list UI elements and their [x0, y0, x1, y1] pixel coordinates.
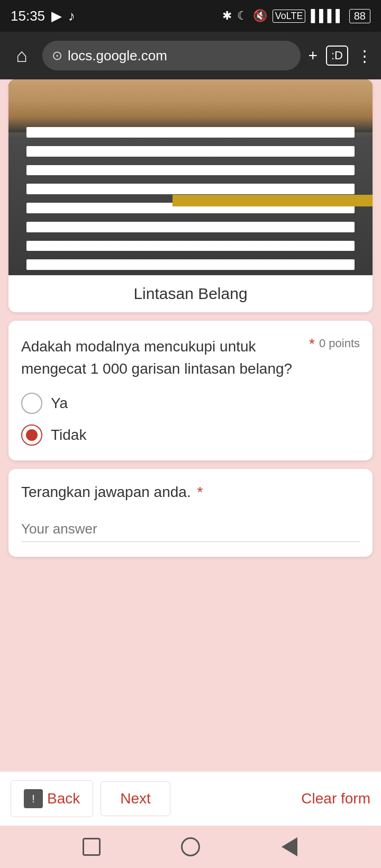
radio-ya-label: Ya — [51, 395, 68, 412]
back-label: Back — [47, 790, 80, 807]
menu-button[interactable]: ⋮ — [357, 47, 373, 65]
battery-icon: 88 — [349, 9, 370, 23]
option-ya[interactable]: Ya — [21, 393, 360, 414]
home-nav-icon — [181, 837, 200, 856]
radio-ya[interactable] — [21, 393, 42, 414]
back-nav-icon — [282, 837, 297, 856]
question-2-text: Terangkan jawapan anda. * — [21, 484, 360, 501]
youtube-icon: ▶ — [51, 8, 62, 24]
image-caption: Lintasan Belang — [8, 275, 373, 312]
recent-apps-icon — [83, 838, 101, 856]
question-1-text: Adakah modalnya mencukupi untuk mengecat… — [21, 336, 303, 380]
home-button[interactable]: ⌂ — [8, 42, 35, 69]
answer-input[interactable] — [21, 517, 360, 542]
radio-options: Ya Tidak — [21, 393, 360, 446]
browser-bar: ⌂ ⊙ locs.google.com + :D ⋮ — [0, 32, 381, 79]
tiktok-icon: ♪ — [68, 8, 75, 24]
home-nav-button[interactable] — [177, 834, 204, 860]
site-info-icon: ⊙ — [52, 48, 62, 63]
main-content: Lintasan Belang Adakah modalnya mencukup… — [0, 79, 381, 771]
option-tidak[interactable]: Tidak — [21, 424, 360, 446]
crosswalk-image — [8, 79, 373, 275]
question-2-card: Terangkan jawapan anda. * — [8, 469, 373, 557]
volte-icon: VoLTE — [273, 10, 306, 23]
bluetooth-icon: ✱ — [222, 9, 232, 23]
radio-tidak[interactable] — [21, 424, 42, 446]
status-bar: 15:35 ▶ ♪ ✱ ☾ 🔇 VoLTE ▌▌▌▌ 88 — [0, 0, 381, 32]
next-button[interactable]: Next — [101, 781, 170, 816]
new-tab-button[interactable]: + — [308, 47, 318, 65]
bottom-nav: ! Back Next Clear form — [0, 771, 381, 826]
mute-icon: 🔇 — [253, 9, 267, 23]
url-text: locs.google.com — [68, 48, 167, 64]
radio-tidak-label: Tidak — [51, 427, 86, 444]
signal-icon: ▌▌▌▌ — [311, 9, 343, 23]
required-indicator-2: * — [193, 484, 203, 500]
question-1-card: Adakah modalnya mencukupi untuk mengecat… — [8, 321, 373, 460]
back-nav-button[interactable] — [276, 834, 303, 860]
status-time: 15:35 — [11, 8, 45, 24]
feedback-icon: ! — [24, 789, 43, 808]
clear-form-button[interactable]: Clear form — [301, 790, 370, 807]
android-nav-bar — [0, 826, 381, 868]
back-button[interactable]: ! Back — [11, 780, 93, 817]
recent-apps-button[interactable] — [78, 834, 105, 860]
points-badge-1: 0 points — [319, 337, 360, 350]
tab-switcher-button[interactable]: :D — [326, 46, 348, 66]
moon-icon: ☾ — [237, 9, 248, 23]
required-indicator-1: * — [309, 336, 315, 352]
image-card: Lintasan Belang — [8, 79, 373, 312]
url-bar[interactable]: ⊙ locs.google.com — [42, 41, 301, 70]
radio-tidak-inner — [26, 429, 38, 441]
